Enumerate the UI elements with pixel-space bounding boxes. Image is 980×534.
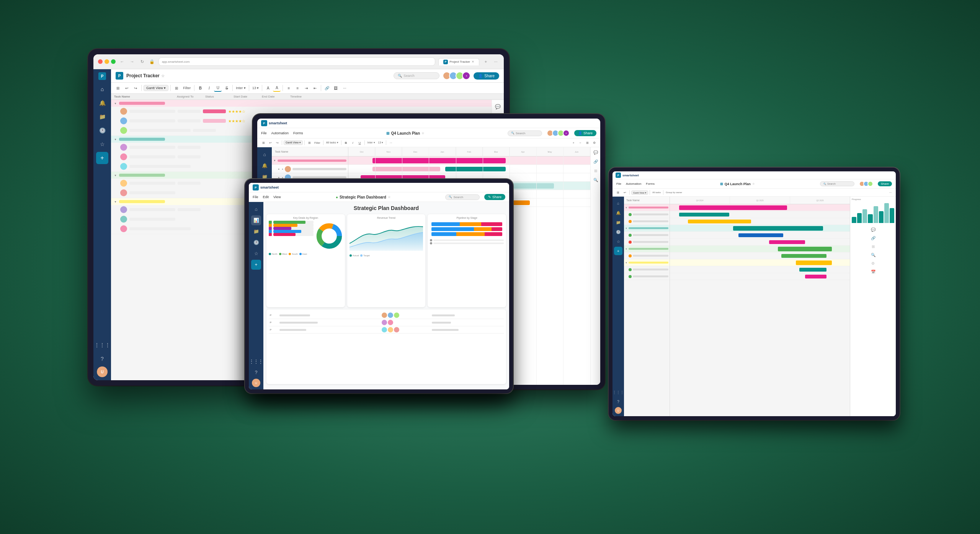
- sg-group-pink[interactable]: ▼: [624, 204, 670, 211]
- tb-redo[interactable]: ↪: [274, 140, 280, 146]
- group-header-1[interactable]: ▼: [111, 100, 492, 107]
- sg-row-7[interactable]: [624, 273, 670, 280]
- dash-si-browse[interactable]: 📁: [251, 226, 261, 236]
- rp-search-icon[interactable]: 🔍: [592, 176, 599, 183]
- dashboard-search[interactable]: 🔍 Search: [445, 194, 480, 200]
- tab-close-icon[interactable]: ✕: [472, 60, 474, 63]
- tb-zoom-in[interactable]: +: [570, 140, 577, 146]
- doc-star-icon[interactable]: ☆: [421, 132, 424, 135]
- maximize-button[interactable]: [111, 59, 116, 64]
- tab-1[interactable]: P Project Tracker ✕: [438, 58, 479, 65]
- sidebar-item-recents[interactable]: 🕐: [96, 124, 108, 137]
- bold-button[interactable]: B: [196, 84, 204, 92]
- sg-group-yellow[interactable]: ▼: [624, 259, 670, 266]
- small-menu-automation[interactable]: Automation: [626, 182, 641, 186]
- gantt-group-1[interactable]: ▼: [272, 156, 348, 165]
- tablet-add-avatar[interactable]: +: [563, 130, 570, 137]
- sidebar-item-browse[interactable]: 📁: [96, 111, 108, 123]
- sm-bar-row-6[interactable]: [670, 266, 850, 273]
- text-color-button[interactable]: A: [264, 84, 272, 92]
- si-home[interactable]: ⌂: [260, 150, 270, 160]
- back-button[interactable]: ←: [119, 58, 126, 65]
- undo-button[interactable]: ↩: [123, 84, 131, 92]
- sm-all-tasks[interactable]: All tasks: [652, 189, 662, 195]
- table-row-3[interactable]: P: [269, 326, 504, 334]
- sm-view-select[interactable]: Gantt View ▾: [631, 190, 648, 195]
- sidebar-item-apps[interactable]: ⋮⋮⋮: [96, 339, 108, 351]
- small-share-button[interactable]: Share: [878, 181, 892, 186]
- sg-row-6[interactable]: [624, 266, 670, 273]
- rp-grid-icon[interactable]: ⊞: [592, 167, 599, 174]
- tb-bold[interactable]: B: [343, 140, 349, 146]
- tb-font[interactable]: Inter ▾: [366, 140, 376, 146]
- underline-button[interactable]: U: [214, 84, 222, 92]
- dashboard-menu-file[interactable]: File: [253, 195, 258, 199]
- small-menu-file[interactable]: File: [616, 182, 621, 186]
- tb-all-tasks[interactable]: All tasks ▾: [325, 140, 340, 146]
- sg-row-2[interactable]: [624, 218, 670, 225]
- sidebar-item-favorites[interactable]: ☆: [96, 138, 108, 150]
- sm-rp-icon-2[interactable]: 🔗: [870, 234, 877, 241]
- sm-si-new[interactable]: +: [614, 247, 622, 255]
- sm-si-apps[interactable]: ⋮⋮⋮: [614, 388, 622, 396]
- dash-si-home[interactable]: ⌂: [251, 204, 261, 214]
- tb-underline[interactable]: U: [357, 140, 363, 146]
- dashboard-menu-view[interactable]: View: [273, 195, 281, 199]
- toolbar-icon-1[interactable]: ⊞: [114, 84, 122, 92]
- sidebar-item-new[interactable]: +: [96, 152, 108, 164]
- favorite-icon[interactable]: ☆: [161, 74, 165, 78]
- dash-si-new[interactable]: +: [251, 260, 261, 270]
- sm-rp-icon-5[interactable]: ⚙: [870, 260, 877, 267]
- more-options-button[interactable]: ···: [492, 58, 499, 65]
- strikethrough-button[interactable]: S: [223, 84, 230, 92]
- dashboard-share-button[interactable]: ✎ Share: [484, 194, 505, 200]
- sm-rp-icon-3[interactable]: ⊞: [870, 243, 877, 250]
- outdent-button[interactable]: ⇤: [311, 84, 319, 92]
- sidebar-item-notifications[interactable]: 🔔: [96, 97, 108, 109]
- sm-si-recents[interactable]: 🕐: [614, 228, 622, 236]
- file-menu-forms[interactable]: Forms: [293, 131, 303, 135]
- sm-si-favorites[interactable]: ☆: [614, 237, 622, 246]
- dash-si-help[interactable]: ?: [251, 368, 261, 378]
- view-select[interactable]: Gantt View ▾: [144, 85, 168, 91]
- search-bar[interactable]: 🔍 Search: [394, 72, 439, 79]
- insert-image-button[interactable]: 🖼: [332, 84, 340, 92]
- sm-si-help[interactable]: ?: [614, 397, 622, 406]
- highlight-button[interactable]: A: [273, 84, 281, 92]
- sm-si-home[interactable]: ⌂: [614, 199, 622, 207]
- sm-group-by[interactable]: Group by owner: [665, 189, 683, 195]
- sm-bar-row-5[interactable]: [670, 252, 850, 259]
- sidebar-item-help[interactable]: ?: [96, 353, 108, 365]
- tablet-search[interactable]: 🔍 Search: [508, 130, 542, 136]
- tb-more[interactable]: ···: [388, 140, 394, 146]
- filter-text[interactable]: Filter: [181, 84, 192, 92]
- tb-fit[interactable]: ⊞: [584, 140, 590, 146]
- table-row-1[interactable]: P: [269, 312, 504, 319]
- table-row-2[interactable]: P: [269, 319, 504, 326]
- share-button[interactable]: 👤 Share: [474, 72, 499, 80]
- add-user-button[interactable]: +: [462, 72, 470, 80]
- rp-chat-icon[interactable]: 💬: [592, 149, 599, 156]
- tb-undo[interactable]: ↩: [267, 140, 273, 146]
- rp-link-icon[interactable]: 🔗: [592, 158, 599, 165]
- user-avatar[interactable]: U: [97, 366, 108, 377]
- file-menu-file[interactable]: File: [261, 131, 267, 135]
- sm-si-browse[interactable]: 📁: [614, 218, 622, 226]
- forward-button[interactable]: →: [129, 58, 136, 65]
- dash-si-avatar[interactable]: U: [252, 379, 260, 387]
- tb-zoom-out[interactable]: −: [577, 140, 583, 146]
- align-center-button[interactable]: ≡: [294, 84, 301, 92]
- tablet-share-button[interactable]: 👤 Share: [574, 130, 596, 136]
- tb-icon-1[interactable]: ⊞: [260, 140, 266, 146]
- small-star-icon[interactable]: ☆: [752, 182, 755, 186]
- sg-row-4[interactable]: [624, 239, 670, 246]
- dash-si-dashboard[interactable]: 📊: [251, 215, 261, 225]
- gantt-row-1[interactable]: ● ●: [272, 165, 348, 173]
- indent-button[interactable]: ⇥: [302, 84, 310, 92]
- more-tools-button[interactable]: ···: [341, 84, 348, 92]
- sm-bar-row-2[interactable]: [670, 218, 850, 225]
- sm-bar-row-7[interactable]: [670, 273, 850, 280]
- sm-bar-row-3[interactable]: [670, 232, 850, 239]
- sg-row-5[interactable]: [624, 252, 670, 259]
- tb-italic[interactable]: I: [350, 140, 356, 146]
